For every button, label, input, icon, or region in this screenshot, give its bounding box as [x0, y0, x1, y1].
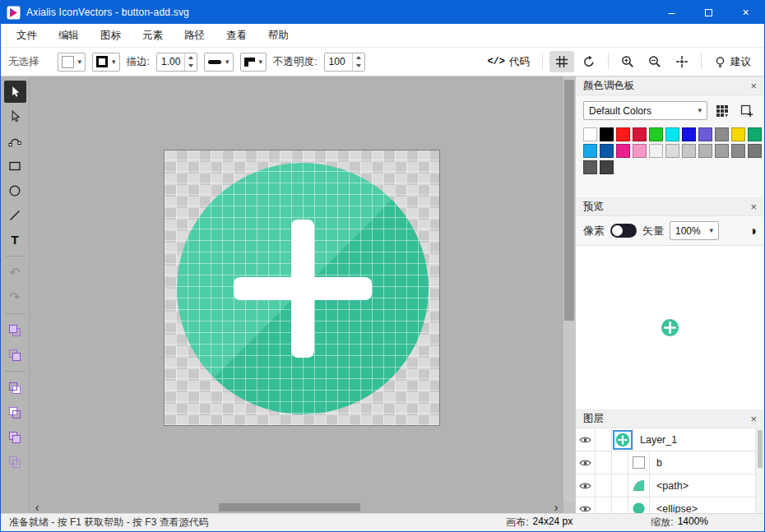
menu-edit[interactable]: 编辑 [48, 24, 90, 48]
layer-thumbnail-cell[interactable] [628, 497, 650, 513]
close-panel-icon[interactable]: × [750, 414, 757, 424]
visibility-eye-icon[interactable] [576, 451, 596, 474]
color-swatch[interactable] [715, 144, 729, 158]
preview-zoom-dropdown[interactable]: 100% ▾ [670, 221, 719, 240]
suggest-button[interactable]: 建议 [708, 51, 757, 72]
color-swatch[interactable] [583, 127, 597, 141]
color-swatch[interactable] [649, 127, 663, 141]
color-swatch[interactable] [616, 144, 630, 158]
opacity-up-button[interactable] [353, 53, 364, 62]
menu-help[interactable]: 帮助 [257, 24, 299, 48]
stroke-join-dropdown[interactable]: ▾ [240, 53, 267, 72]
menu-path[interactable]: 路径 [174, 24, 216, 48]
color-swatch[interactable] [748, 127, 762, 141]
opacity-input[interactable]: 100 [324, 53, 365, 72]
ellipse-tool[interactable] [4, 179, 26, 201]
stroke-width-input[interactable]: 1.00 [156, 53, 197, 72]
color-swatch[interactable] [682, 127, 696, 141]
color-swatch[interactable] [748, 144, 762, 158]
grid-toggle-button[interactable] [549, 51, 574, 72]
line-tool[interactable] [4, 204, 26, 226]
color-swatch[interactable] [682, 144, 696, 158]
visibility-eye-icon[interactable] [576, 474, 596, 497]
pixel-vector-toggle[interactable] [610, 224, 637, 238]
menu-icon[interactable]: 图标 [90, 24, 132, 48]
stroke-style-dropdown[interactable]: ▾ [204, 53, 234, 72]
redo-button[interactable]: ↷ [4, 286, 26, 308]
color-swatch[interactable] [698, 144, 712, 158]
zoom-out-button[interactable] [642, 51, 667, 72]
bring-to-front-button[interactable] [4, 319, 26, 341]
maximize-button[interactable] [690, 1, 727, 24]
contrast-background-icon[interactable]: ◑ [749, 224, 757, 238]
direct-select-tool[interactable] [4, 105, 26, 127]
layer-row[interactable]: <path> [576, 474, 764, 497]
pixel-align-button[interactable] [670, 51, 694, 72]
vertical-scrollbar-thumb[interactable] [564, 80, 574, 321]
canvas-vertical-scrollbar[interactable] [563, 76, 575, 502]
color-swatch[interactable] [600, 144, 614, 158]
canvas-horizontal-scrollbar[interactable]: ‹ › [30, 502, 563, 513]
layer-row[interactable]: <ellipse> [576, 497, 764, 513]
canvas-area[interactable]: ‹ › [30, 76, 575, 513]
close-panel-icon[interactable]: × [750, 201, 757, 212]
rectangle-tool[interactable] [4, 155, 26, 177]
color-swatch[interactable] [665, 127, 679, 141]
layer-row[interactable]: Layer_1 [576, 428, 764, 451]
scroll-right-arrow[interactable]: › [550, 502, 562, 513]
color-swatch[interactable] [665, 144, 679, 158]
layers-scrollbar-thumb[interactable] [758, 430, 763, 468]
fill-color-dropdown[interactable]: ▾ [58, 53, 86, 72]
menu-element[interactable]: 元素 [132, 24, 174, 48]
color-swatch[interactable] [731, 144, 745, 158]
rotate-reset-button[interactable] [577, 51, 601, 72]
scroll-left-arrow[interactable]: ‹ [31, 502, 43, 513]
layers-scrollbar[interactable] [755, 428, 764, 513]
undo-button[interactable]: ↶ [4, 261, 26, 284]
ungroup-button[interactable] [4, 451, 26, 473]
stroke-color-swatch [96, 56, 108, 67]
spinner-up-icon [356, 56, 361, 59]
color-swatch[interactable] [731, 127, 745, 141]
layer-thumbnail-cell[interactable] [612, 428, 633, 451]
color-swatch[interactable] [649, 144, 663, 158]
minimize-button[interactable]: – [653, 1, 690, 24]
send-to-back-button[interactable] [4, 344, 26, 366]
opacity-down-button[interactable] [353, 62, 364, 71]
stroke-width-up-button[interactable] [185, 53, 197, 62]
color-swatch[interactable] [600, 127, 614, 141]
text-tool[interactable]: T [4, 229, 26, 251]
color-swatch[interactable] [600, 160, 614, 174]
code-button[interactable]: </> 代码 [481, 51, 536, 72]
color-swatch[interactable] [616, 127, 630, 141]
layer-thumbnail-cell[interactable] [628, 451, 650, 474]
group-button[interactable] [4, 426, 26, 448]
color-swatch[interactable] [633, 144, 647, 158]
close-panel-icon[interactable]: × [750, 81, 757, 91]
color-swatch[interactable] [583, 144, 597, 158]
stroke-color-dropdown[interactable]: ▾ [92, 53, 120, 72]
zoom-in-button[interactable] [615, 51, 640, 72]
layer-thumbnail-cell[interactable] [628, 474, 650, 497]
visibility-eye-icon[interactable] [576, 497, 596, 513]
color-swatch[interactable] [633, 127, 647, 141]
palette-preset-dropdown[interactable]: Default Colors ▾ [583, 101, 707, 120]
color-swatch[interactable] [715, 127, 729, 141]
send-backward-button[interactable] [4, 401, 26, 423]
horizontal-scrollbar-thumb[interactable] [219, 503, 360, 511]
artboard[interactable] [164, 150, 440, 426]
close-button[interactable]: × [727, 1, 764, 24]
palette-options-button[interactable] [712, 101, 732, 120]
menu-file[interactable]: 文件 [6, 24, 48, 48]
layer-row[interactable]: b [576, 451, 764, 474]
stroke-width-down-button[interactable] [185, 62, 197, 71]
visibility-eye-icon[interactable] [576, 428, 596, 451]
bring-forward-button[interactable] [4, 377, 26, 399]
color-swatch[interactable] [583, 160, 597, 174]
add-color-button[interactable] [737, 101, 757, 120]
node-edit-tool[interactable] [4, 130, 26, 152]
select-tool[interactable] [4, 81, 26, 103]
icon-plus-horizontal-bar[interactable] [234, 277, 372, 300]
menu-view[interactable]: 查看 [216, 24, 257, 48]
color-swatch[interactable] [698, 127, 712, 141]
